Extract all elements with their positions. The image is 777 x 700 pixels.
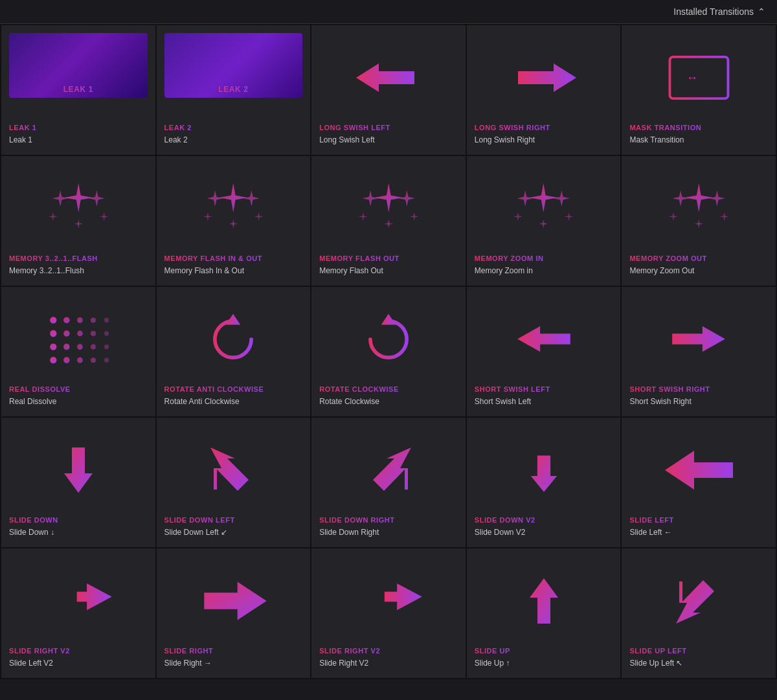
transition-cell-slide-up-left[interactable]: SLIDE UP LEFTSlide Up Left ↖ xyxy=(622,548,776,678)
svg-marker-39 xyxy=(669,212,678,221)
svg-marker-38 xyxy=(720,212,729,221)
transition-cell-slide-down-right[interactable]: SLIDE DOWN RIGHTSlide Down Right xyxy=(311,418,466,547)
svg-marker-83 xyxy=(204,582,266,620)
transition-subtitle-slide-left: Slide Left ← xyxy=(629,527,671,538)
transition-icon-rotate-anti-clockwise xyxy=(164,295,303,385)
transition-icon-memory-321-flash xyxy=(9,164,148,254)
transition-icon-memory-zoom-out xyxy=(629,164,768,254)
transition-cell-real-dissolve[interactable]: REAL DISSOLVEReal Dissolve xyxy=(1,287,155,416)
transition-cell-memory-flash-out[interactable]: MEMORY FLASH OUTMemory Flash Out xyxy=(311,156,466,286)
svg-point-50 xyxy=(104,332,109,336)
svg-marker-37 xyxy=(673,190,689,207)
svg-point-51 xyxy=(50,344,56,350)
transition-title-memory-zoom-in: MEMORY ZOOM IN xyxy=(475,254,544,263)
svg-point-44 xyxy=(91,318,96,323)
svg-point-60 xyxy=(104,358,109,363)
svg-point-46 xyxy=(50,330,56,337)
svg-point-55 xyxy=(104,344,109,349)
transition-title-slide-down-left: SLIDE DOWN LEFT xyxy=(164,515,235,525)
transition-title-slide-left: SLIDE LEFT xyxy=(629,515,673,525)
svg-marker-74 xyxy=(530,456,557,492)
transition-title-long-swish-right: LONG SWISH RIGHT xyxy=(475,123,550,132)
svg-marker-82 xyxy=(76,583,111,610)
transition-cell-rotate-anti-clockwise[interactable]: ROTATE ANTI CLOCKWISERotate Anti Clockwi… xyxy=(157,287,311,416)
svg-marker-33 xyxy=(513,212,523,221)
transition-icon-memory-flash-out xyxy=(319,164,458,254)
transition-title-slide-down: SLIDE DOWN xyxy=(9,515,58,525)
transition-cell-long-swish-right[interactable]: LONG SWISH RIGHTLong Swish Right xyxy=(467,25,621,155)
transition-cell-rotate-clockwise[interactable]: ROTATE CLOCKWISERotate Clockwise xyxy=(311,287,466,416)
transition-cell-slide-right[interactable]: SLIDE RIGHTSlide Right → xyxy=(157,548,311,678)
transition-title-leak1: LEAK 1 xyxy=(9,123,36,132)
transition-icon-short-swish-left xyxy=(475,295,613,385)
transition-subtitle-memory-zoom-out: Memory Zoom Out xyxy=(629,265,694,277)
transition-subtitle-slide-right-v2-b: Slide Right V2 xyxy=(319,658,368,669)
svg-marker-5 xyxy=(518,63,576,92)
svg-point-57 xyxy=(63,357,70,364)
transition-cell-mask-transition[interactable]: ↔ MASK TRANSITIONMask Transition xyxy=(622,25,776,155)
transition-title-memory-flash-in-out: MEMORY FLASH IN & OUT xyxy=(164,254,263,263)
transition-title-short-swish-left: SHORT SWISH LEFT xyxy=(475,385,550,394)
transition-title-leak2: LEAK 2 xyxy=(164,123,192,132)
transition-icon-long-swish-left xyxy=(319,33,458,123)
transition-icon-rotate-clockwise xyxy=(319,295,458,385)
transition-cell-slide-right-v2-b[interactable]: SLIDE RIGHT V2Slide Right V2 xyxy=(311,548,466,678)
transition-cell-slide-right-v2-a[interactable]: SLIDE RIGHT V2Slide Left V2 xyxy=(1,548,155,678)
svg-marker-0 xyxy=(356,63,414,92)
transition-cell-slide-down-v2[interactable]: SLIDE DOWN V2Slide Down V2 xyxy=(467,418,621,547)
transition-subtitle-slide-up: Slide Up ↑ xyxy=(475,658,510,669)
svg-marker-40 xyxy=(694,220,703,229)
transition-subtitle-long-swish-left: Long Swish Left xyxy=(319,135,374,146)
transition-cell-slide-up[interactable]: SLIDE UPSlide Up ↑ xyxy=(467,548,621,678)
transition-title-slide-up-left: SLIDE UP LEFT xyxy=(629,646,686,655)
transition-icon-slide-left xyxy=(629,425,768,515)
svg-marker-18 xyxy=(243,190,260,207)
svg-marker-87 xyxy=(385,583,422,610)
svg-marker-23 xyxy=(374,183,403,212)
transition-cell-memory-zoom-out[interactable]: MEMORY ZOOM OUTMemory Zoom Out xyxy=(622,156,776,286)
transition-title-slide-right-v2-b: SLIDE RIGHT V2 xyxy=(319,646,380,655)
svg-marker-89 xyxy=(676,580,714,624)
transition-cell-short-swish-right[interactable]: SHORT SWISH RIGHTShort Swish Right xyxy=(622,287,776,416)
transition-cell-slide-down-left[interactable]: SLIDE DOWN LEFTSlide Down Left ↙ xyxy=(157,418,311,547)
transition-cell-long-swish-left[interactable]: LONG SWISH LEFTLong Swish Left xyxy=(311,25,466,155)
transition-icon-slide-up-left xyxy=(629,556,768,646)
transition-subtitle-leak1: Leak 1 xyxy=(9,135,32,146)
transition-title-long-swish-left: LONG SWISH LEFT xyxy=(319,123,390,132)
transition-icon-real-dissolve xyxy=(9,295,148,385)
transitions-grid: LEAK 1 LEAK 1Leak 1 LEAK 2 LEAK 2Leak 2 … xyxy=(0,24,777,679)
transition-title-slide-right-v2-a: SLIDE RIGHT V2 xyxy=(9,646,70,655)
transition-subtitle-slide-right-v2-a: Slide Left V2 xyxy=(9,658,53,669)
transition-icon-slide-down xyxy=(9,425,148,515)
transition-title-memory-321-flash: MEMORY 3..2..1..FLASH xyxy=(9,254,98,263)
header-chevron[interactable]: ⌃ xyxy=(758,6,765,17)
transition-cell-memory-321-flash[interactable]: MEMORY 3..2..1..FLASHMemory 3..2..1..Flu… xyxy=(1,156,155,286)
transition-title-slide-down-right: SLIDE DOWN RIGHT xyxy=(319,515,394,525)
transition-cell-memory-zoom-in[interactable]: MEMORY ZOOM INMemory Zoom in xyxy=(467,156,621,286)
transition-cell-short-swish-left[interactable]: SHORT SWISH LEFTShort Swish Left xyxy=(467,287,621,416)
svg-point-53 xyxy=(77,344,83,350)
transition-cell-leak1[interactable]: LEAK 1 LEAK 1Leak 1 xyxy=(1,25,155,155)
transition-cell-memory-flash-in-out[interactable]: MEMORY FLASH IN & OUTMemory Flash In & O… xyxy=(157,156,311,286)
transition-subtitle-leak2: Leak 2 xyxy=(164,135,188,146)
transition-cell-leak2[interactable]: LEAK 2 LEAK 2Leak 2 xyxy=(157,25,311,155)
transition-cell-slide-down[interactable]: SLIDE DOWNSlide Down ↓ xyxy=(1,418,155,547)
svg-marker-13 xyxy=(52,190,68,207)
svg-point-48 xyxy=(77,331,83,337)
svg-marker-29 xyxy=(529,183,558,212)
transition-icon-mask-transition: ↔ xyxy=(629,33,768,123)
transition-cell-slide-left[interactable]: SLIDE LEFTSlide Left ← xyxy=(622,418,776,547)
svg-marker-63 xyxy=(517,326,570,352)
svg-marker-72 xyxy=(210,447,249,491)
svg-marker-21 xyxy=(203,212,212,221)
transition-subtitle-slide-down-right: Slide Down Right xyxy=(319,527,379,538)
transition-subtitle-slide-down-v2: Slide Down V2 xyxy=(475,527,526,538)
svg-marker-62 xyxy=(381,314,396,325)
transition-title-mask-transition: MASK TRANSITION xyxy=(629,123,701,132)
svg-text:↔: ↔ xyxy=(686,72,698,85)
svg-marker-32 xyxy=(565,212,574,221)
transition-icon-slide-right-v2-a xyxy=(9,556,148,646)
svg-marker-25 xyxy=(362,190,378,207)
svg-point-47 xyxy=(63,331,70,337)
svg-marker-28 xyxy=(384,220,393,229)
